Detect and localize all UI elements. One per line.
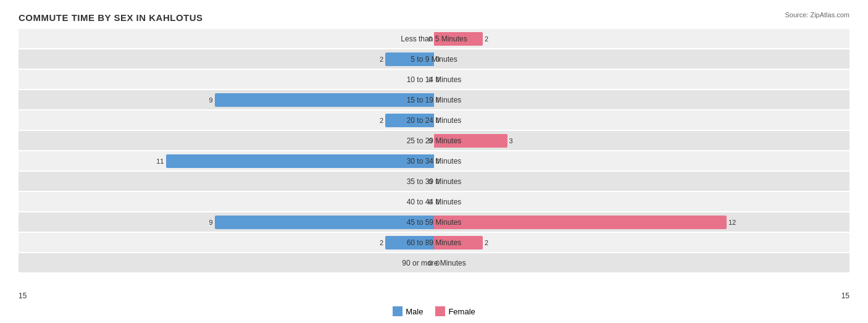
row-label: 35 to 39 Minutes — [407, 177, 462, 186]
chart-row: 0090 or more Minutes — [19, 253, 849, 272]
legend-female: Female — [435, 306, 475, 316]
male-bar — [166, 154, 435, 168]
male-value: 0 — [428, 178, 432, 185]
female-value: 0 — [436, 178, 440, 185]
female-value: 3 — [509, 137, 513, 145]
axis-bottom: 15 15 — [19, 288, 849, 303]
male-value: 0 — [428, 198, 432, 206]
female-value: 2 — [485, 35, 488, 43]
chart-row: 0325 to 29 Minutes — [19, 131, 849, 150]
female-bar — [434, 32, 483, 46]
legend-male: Male — [393, 306, 423, 316]
row-label: 10 to 14 Minutes — [407, 75, 462, 84]
male-value: 2 — [380, 239, 383, 246]
female-value: 0 — [436, 96, 440, 104]
male-bar — [385, 236, 434, 250]
male-value: 11 — [156, 157, 164, 165]
chart-row: 91245 to 59 Minutes — [19, 212, 849, 232]
female-legend-label: Female — [448, 307, 475, 316]
male-value: 2 — [380, 117, 383, 124]
row-label: 40 to 44 Minutes — [407, 198, 462, 206]
female-value: 0 — [436, 157, 440, 165]
male-value: 9 — [209, 219, 212, 226]
row-label: 90 or more Minutes — [402, 259, 465, 267]
female-color-box — [435, 306, 445, 316]
chart-area: 02Less than 5 Minutes205 to 9 Minutes001… — [19, 29, 849, 288]
male-bar — [385, 52, 434, 66]
female-bar — [434, 236, 483, 250]
chart-container: COMMUTE TIME BY SEX IN KAHLOTUS Source: … — [0, 0, 868, 323]
male-value: 9 — [209, 96, 212, 104]
female-value: 0 — [436, 56, 440, 63]
male-color-box — [393, 306, 403, 316]
source-label: Source: ZipAtlas.com — [785, 11, 849, 19]
male-legend-label: Male — [406, 307, 423, 316]
male-value: 0 — [428, 259, 432, 267]
male-value: 0 — [428, 76, 432, 83]
female-value: 0 — [436, 259, 440, 267]
chart-row: 0010 to 14 Minutes — [19, 70, 849, 89]
chart-row: 205 to 9 Minutes — [19, 49, 849, 69]
female-value: 0 — [436, 76, 440, 83]
female-bar — [434, 216, 727, 229]
legend: Male Female — [19, 306, 849, 316]
chart-row: 11030 to 34 Minutes — [19, 151, 849, 170]
female-value: 0 — [436, 117, 440, 124]
chart-row: 2020 to 24 Minutes — [19, 111, 849, 130]
chart-row: 9015 to 19 Minutes — [19, 90, 849, 109]
chart-row: 0040 to 44 Minutes — [19, 192, 849, 211]
female-bar — [434, 134, 507, 148]
chart-title: COMMUTE TIME BY SEX IN KAHLOTUS — [19, 12, 849, 23]
chart-row: 02Less than 5 Minutes — [19, 29, 849, 48]
axis-left-label: 15 — [19, 292, 27, 300]
female-value: 0 — [436, 198, 440, 206]
male-bar — [215, 93, 435, 107]
chart-row: 0035 to 39 Minutes — [19, 172, 849, 191]
male-bar — [215, 216, 435, 229]
axis-right-label: 15 — [841, 292, 849, 300]
male-value: 0 — [428, 35, 432, 43]
male-bar — [385, 114, 434, 127]
male-value: 0 — [428, 137, 432, 145]
female-value: 2 — [485, 239, 488, 246]
male-value: 2 — [380, 56, 383, 63]
chart-row: 2260 to 89 Minutes — [19, 233, 849, 252]
female-value: 12 — [728, 219, 736, 226]
